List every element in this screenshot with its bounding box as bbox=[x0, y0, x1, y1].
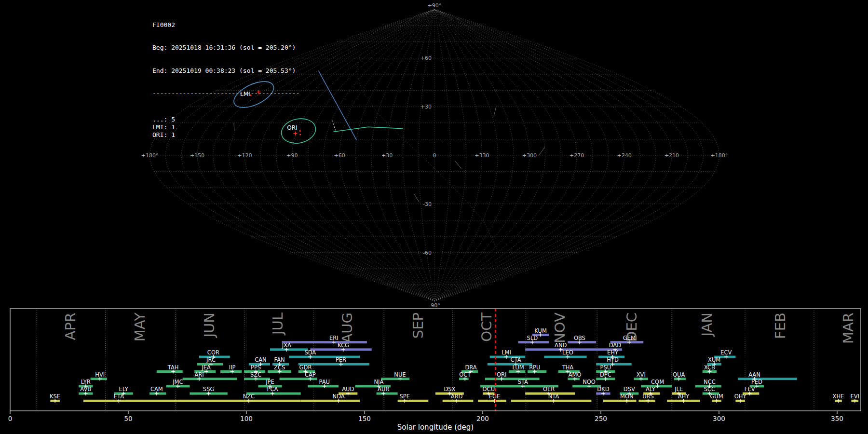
map-lon-label: +60 bbox=[334, 152, 345, 159]
shower-code-aud: AUD bbox=[342, 386, 354, 393]
month-label-feb: FEB bbox=[772, 312, 788, 339]
x-tick-label: 100 bbox=[240, 415, 253, 422]
shower-bar-eta bbox=[83, 400, 178, 402]
shower-code-aan: AAN bbox=[748, 371, 760, 378]
shower-bar-nta bbox=[511, 400, 592, 402]
map-meridian bbox=[434, 10, 561, 301]
sporadic-trail bbox=[414, 194, 419, 203]
shower-code-pau: PAU bbox=[319, 379, 329, 385]
count-line: LMI: 1 bbox=[152, 123, 299, 131]
month-label-jun: JUN bbox=[201, 312, 217, 338]
shower-code-qua: QUA bbox=[673, 371, 685, 378]
map-lon-label: +240 bbox=[617, 152, 631, 159]
shower-code-dad: DAD bbox=[609, 342, 622, 349]
shower-code-dsx: DSX bbox=[444, 386, 455, 393]
shower-code-ege: EGE bbox=[489, 393, 500, 400]
map-meridian bbox=[434, 10, 450, 301]
shower-code-sda: SDA bbox=[304, 349, 316, 356]
shower-bar-aan bbox=[738, 378, 797, 380]
shower-code-kum: KUM bbox=[534, 327, 547, 334]
shower-code-hyd: HYD bbox=[607, 356, 619, 363]
month-label-nov: NOV bbox=[552, 312, 568, 343]
map-meridian bbox=[292, 10, 434, 301]
map-lon-label: +270 bbox=[570, 152, 584, 159]
shower-bar-ori bbox=[485, 378, 540, 380]
shower-code-aur: AUR bbox=[378, 386, 389, 393]
shower-code-scc: SCC bbox=[704, 386, 715, 393]
shower-code-iip: IIP bbox=[229, 364, 236, 371]
shower-code-jea: JEA bbox=[201, 364, 211, 371]
shower-code-aly: ALY bbox=[646, 386, 656, 393]
shower-bar-tah bbox=[157, 370, 183, 373]
map-meridian bbox=[434, 10, 688, 301]
shower-code-urs: URS bbox=[642, 393, 654, 400]
shower-bar-leo bbox=[544, 356, 586, 358]
shower-code-oct: OCT bbox=[459, 371, 471, 378]
shower-code-nia: NIA bbox=[374, 379, 383, 385]
shower-code-tha: THA bbox=[562, 364, 574, 371]
shower-code-fed: FED bbox=[751, 379, 762, 385]
shower-code-nzc: NZC bbox=[243, 393, 255, 400]
sporadic-trail bbox=[494, 107, 496, 116]
month-label-apr: APR bbox=[62, 312, 79, 340]
sporadic-trail bbox=[539, 147, 545, 155]
header-separator: --------------------------------------- bbox=[152, 90, 299, 97]
shower-code-noo: NOO bbox=[583, 379, 596, 385]
shower-code-oer: OER bbox=[543, 386, 555, 393]
shower-code-jle: JLE bbox=[674, 386, 683, 393]
meteor-activity-figure: +180°+150+120+90+60+300+330+300+270+240+… bbox=[0, 0, 868, 434]
shower-bar-spe bbox=[398, 400, 429, 402]
shower-code-nue: NUE bbox=[394, 371, 406, 378]
month-label-jul: JUL bbox=[270, 312, 286, 336]
shower-code-jpe: JPE bbox=[265, 379, 274, 385]
shower-code-rpu: RPU bbox=[529, 364, 540, 371]
shower-code-amo: AMO bbox=[569, 371, 582, 378]
x-tick-label: 350 bbox=[831, 415, 843, 422]
map-lat-label: +30 bbox=[420, 104, 432, 110]
x-axis-title: Solar longitude (deg) bbox=[397, 423, 474, 432]
shower-code-and: AND bbox=[555, 342, 567, 349]
shower-bar-rpu bbox=[528, 370, 546, 373]
shower-code-jrc: JRC bbox=[206, 356, 216, 363]
count-line: ...: 5 bbox=[152, 116, 299, 123]
shower-code-jxa: JXA bbox=[282, 342, 291, 349]
map-lon-label: +180° bbox=[711, 152, 728, 159]
shower-code-eri: ERI bbox=[329, 335, 339, 341]
shower-code-ori: ORI bbox=[497, 371, 506, 378]
shower-code-ssg: SSG bbox=[203, 386, 215, 393]
sporadic-trail bbox=[455, 161, 461, 168]
shower-code-ari: ARI bbox=[194, 371, 203, 378]
shower-code-psu: PSU bbox=[600, 364, 611, 371]
x-tick-label: 250 bbox=[595, 415, 607, 422]
shower-code-gem: GEM bbox=[623, 335, 636, 341]
map-meridian bbox=[387, 10, 434, 301]
month-label-oct: OCT bbox=[478, 312, 495, 342]
shower-code-szc: SZC bbox=[250, 371, 261, 378]
shower-code-spe: SPE bbox=[400, 393, 410, 400]
map-lat-label: -60 bbox=[423, 250, 432, 256]
shower-code-ecv: ECV bbox=[720, 349, 732, 356]
shower-code-xvi: XVI bbox=[637, 371, 646, 378]
map-lon-label: +300 bbox=[522, 152, 537, 159]
map-lon-label: 0 bbox=[433, 152, 436, 159]
station-id: FI0002 bbox=[152, 21, 299, 29]
map-lon-label: +30 bbox=[381, 152, 393, 159]
shower-code-dsv: DSV bbox=[624, 386, 635, 393]
shower-code-kcg: KCG bbox=[338, 342, 349, 349]
shower-bar-ege bbox=[478, 400, 506, 402]
shower-code-ely: ELY bbox=[119, 386, 129, 393]
shower-code-lum: LUM bbox=[512, 364, 524, 371]
shower-code-cor: COR bbox=[207, 349, 219, 356]
shower-bar-eri bbox=[282, 341, 367, 343]
shower-bar-noo bbox=[572, 385, 601, 387]
shower-code-ohy: OHY bbox=[734, 393, 747, 400]
month-label-mar: MAR bbox=[840, 312, 856, 344]
x-tick-label: 50 bbox=[124, 415, 132, 422]
shower-code-dpc: DPC bbox=[600, 371, 611, 378]
radiant-marker-dot bbox=[299, 134, 301, 135]
shower-code-com: COM bbox=[651, 379, 664, 385]
map-lat-label: +90° bbox=[428, 2, 442, 9]
shower-code-can: CAN bbox=[255, 356, 267, 363]
month-label-sep: SEP bbox=[410, 312, 426, 339]
shower-code-xhe: XHE bbox=[833, 393, 844, 400]
